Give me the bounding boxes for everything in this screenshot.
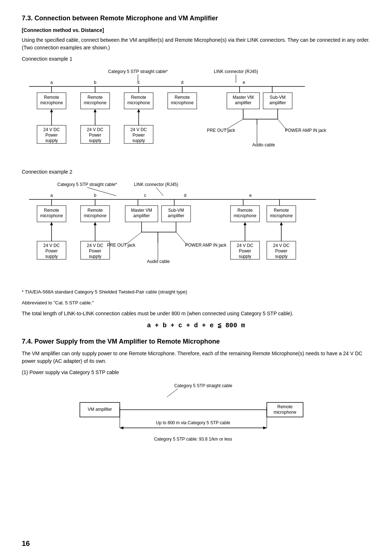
svg-line-65 bbox=[156, 187, 163, 196]
total-length-text: The total length of LINK-to-LINK connect… bbox=[22, 310, 370, 317]
svg-marker-35 bbox=[50, 109, 53, 112]
svg-text:Power: Power bbox=[45, 133, 58, 138]
svg-text:supply: supply bbox=[132, 138, 145, 143]
svg-text:a: a bbox=[50, 80, 53, 85]
svg-text:b: b bbox=[94, 193, 97, 198]
svg-text:Remote: Remote bbox=[237, 208, 253, 213]
svg-text:amplifier: amplifier bbox=[133, 213, 150, 218]
svg-text:supply: supply bbox=[275, 254, 288, 259]
svg-text:24 V DC: 24 V DC bbox=[87, 243, 103, 248]
svg-text:Master VM: Master VM bbox=[233, 95, 254, 100]
svg-text:c: c bbox=[144, 193, 146, 198]
svg-text:Remote: Remote bbox=[131, 95, 146, 100]
section-74: 7.4. Power Supply from the VM Amplifier … bbox=[22, 338, 370, 461]
svg-text:POWER AMP IN jack: POWER AMP IN jack bbox=[285, 128, 327, 133]
svg-text:Up to 800 m via Category 5 STP: Up to 800 m via Category 5 STP cable bbox=[156, 420, 230, 425]
section-73-title: 7.3. Connection between Remote Microphon… bbox=[22, 15, 370, 22]
svg-text:Power: Power bbox=[239, 248, 251, 254]
svg-text:Power: Power bbox=[132, 133, 145, 138]
diagram-power-supply: Category 5 STP straight cable VM amplifi… bbox=[69, 381, 323, 461]
svg-text:LINK connector (RJ45): LINK connector (RJ45) bbox=[214, 69, 258, 74]
svg-text:Category 5 STP cable: 93.8  1/: Category 5 STP cable: 93.8 1/km or less bbox=[154, 437, 232, 442]
svg-text:d: d bbox=[184, 193, 187, 198]
section-74-desc: The VM amplifier can only supply power t… bbox=[22, 350, 370, 365]
svg-marker-141 bbox=[120, 426, 123, 429]
svg-text:supply: supply bbox=[45, 254, 58, 259]
svg-text:PRE OUT jack: PRE OUT jack bbox=[107, 243, 136, 248]
svg-text:Category 5 STP straight cable: Category 5 STP straight cable bbox=[174, 383, 232, 388]
svg-text:Sub-VM: Sub-VM bbox=[270, 95, 285, 100]
svg-text:Audio cable: Audio cable bbox=[252, 142, 275, 147]
svg-text:supply: supply bbox=[89, 138, 102, 143]
svg-text:Remote: Remote bbox=[175, 95, 190, 100]
svg-text:24 V DC: 24 V DC bbox=[43, 243, 60, 248]
diagram-example2: Category 5 STP straight cable* LINK conn… bbox=[22, 179, 370, 281]
svg-text:Remote: Remote bbox=[87, 208, 103, 213]
page-number: 16 bbox=[22, 539, 30, 548]
section-73: 7.3. Connection between Remote Microphon… bbox=[22, 15, 370, 329]
svg-text:microphone: microphone bbox=[171, 100, 194, 105]
svg-text:PRE OUT jack: PRE OUT jack bbox=[207, 128, 236, 133]
svg-text:Power: Power bbox=[275, 248, 287, 254]
svg-text:Category 5 STP straight cable*: Category 5 STP straight cable* bbox=[108, 69, 168, 74]
svg-text:Remote: Remote bbox=[277, 404, 293, 409]
ps-label: (1) Power supply via Category 5 STP cabl… bbox=[22, 369, 370, 376]
example1-label: Connection example 1 bbox=[22, 55, 370, 63]
svg-text:VM amplifier: VM amplifier bbox=[88, 407, 112, 412]
svg-text:Sub-VM: Sub-VM bbox=[168, 208, 184, 213]
svg-text:c: c bbox=[138, 80, 140, 85]
svg-marker-37 bbox=[94, 109, 97, 112]
connection-method-label: [Connection method vs. Distance] bbox=[22, 27, 370, 34]
svg-text:e: e bbox=[243, 80, 245, 85]
svg-text:microphone: microphone bbox=[84, 100, 107, 105]
svg-text:supply: supply bbox=[89, 254, 102, 259]
svg-text:e: e bbox=[249, 193, 252, 198]
svg-text:LINK connector (RJ45): LINK connector (RJ45) bbox=[134, 182, 178, 187]
svg-text:microphone: microphone bbox=[234, 213, 257, 218]
svg-text:b: b bbox=[94, 80, 97, 85]
diagram-example1: Category 5 STP straight cable* LINK conn… bbox=[22, 66, 370, 161]
svg-text:amplifier: amplifier bbox=[269, 100, 286, 105]
svg-text:microphone: microphone bbox=[274, 410, 297, 415]
example2-label: Connection example 2 bbox=[22, 168, 370, 176]
svg-text:microphone: microphone bbox=[127, 100, 150, 105]
svg-text:amplifier: amplifier bbox=[168, 213, 184, 218]
svg-text:24 V DC: 24 V DC bbox=[273, 243, 290, 248]
svg-text:amplifier: amplifier bbox=[235, 100, 251, 105]
svg-text:microphone: microphone bbox=[84, 213, 107, 218]
svg-marker-99 bbox=[94, 222, 97, 225]
svg-text:Remote: Remote bbox=[44, 95, 59, 100]
section-73-description: Using the specified cable, connect betwe… bbox=[22, 36, 370, 52]
svg-text:microphone: microphone bbox=[40, 100, 63, 105]
svg-text:Remote: Remote bbox=[87, 95, 103, 100]
svg-text:24 V DC: 24 V DC bbox=[43, 127, 60, 132]
svg-text:Remote: Remote bbox=[274, 208, 289, 213]
svg-text:24 V DC: 24 V DC bbox=[237, 243, 253, 248]
svg-marker-103 bbox=[280, 222, 283, 225]
svg-text:24 V DC: 24 V DC bbox=[130, 127, 147, 132]
svg-text:Master VM: Master VM bbox=[131, 208, 152, 213]
svg-marker-39 bbox=[137, 109, 140, 112]
footnote2: Abbreviated to "Cat. 5 STP cable." bbox=[22, 299, 370, 307]
svg-text:Category 5 STP straight cable*: Category 5 STP straight cable* bbox=[57, 182, 117, 187]
svg-text:a: a bbox=[50, 193, 53, 198]
svg-text:supply: supply bbox=[239, 254, 252, 259]
svg-text:microphone: microphone bbox=[40, 213, 63, 218]
svg-text:Power: Power bbox=[89, 248, 101, 254]
footnote1: * TIA/EIA-568A standard Category 5 Shiel… bbox=[22, 288, 370, 296]
svg-line-63 bbox=[87, 187, 116, 196]
svg-text:24 V DC: 24 V DC bbox=[87, 127, 103, 132]
svg-text:Audio cable: Audio cable bbox=[147, 259, 170, 264]
svg-text:Remote: Remote bbox=[44, 208, 59, 213]
svg-text:Power: Power bbox=[89, 133, 101, 138]
section-74-title: 7.4. Power Supply from the VM Amplifier … bbox=[22, 338, 370, 345]
svg-text:supply: supply bbox=[45, 138, 58, 143]
svg-line-131 bbox=[167, 389, 178, 397]
svg-text:POWER AMP IN jack: POWER AMP IN jack bbox=[185, 243, 227, 248]
svg-text:microphone: microphone bbox=[270, 213, 293, 218]
svg-marker-101 bbox=[244, 222, 246, 225]
svg-marker-97 bbox=[50, 222, 53, 225]
svg-text:d: d bbox=[181, 80, 184, 85]
svg-marker-142 bbox=[263, 426, 267, 429]
formula: a + b + c + d + e ≦ 800 m bbox=[22, 321, 370, 329]
